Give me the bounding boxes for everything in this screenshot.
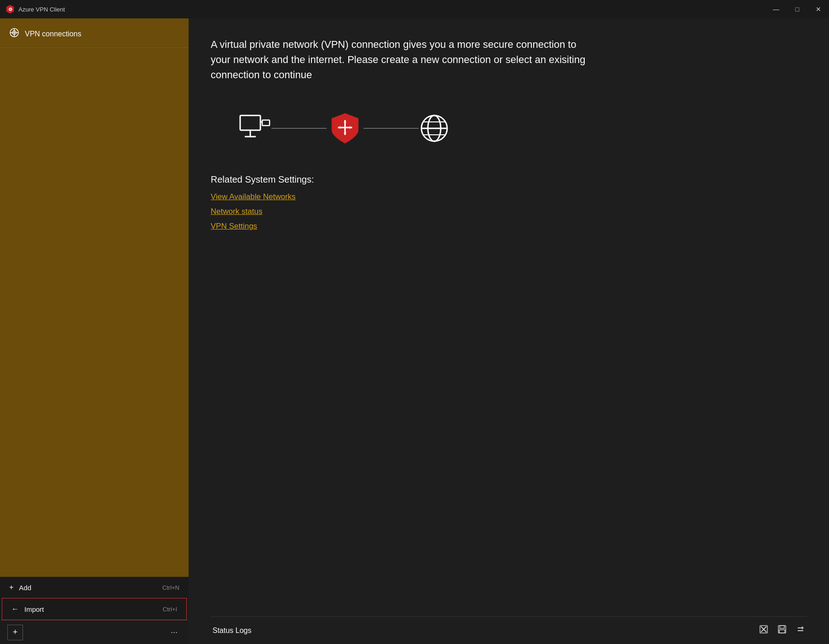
- view-available-networks-link[interactable]: View Available Networks: [211, 192, 807, 201]
- svg-text:⚙: ⚙: [8, 7, 12, 12]
- related-settings-title: Related System Settings:: [211, 174, 807, 185]
- status-logs-icons: [759, 625, 805, 636]
- shield-icon: [327, 110, 363, 147]
- sort-log-icon[interactable]: [796, 625, 805, 636]
- vpn-connections-icon: [9, 28, 19, 40]
- minimize-button[interactable]: —: [766, 0, 787, 18]
- globe-icon: [419, 113, 450, 144]
- sidebar-bottom: + Add Ctrl+N ← Import Ctrl+I: [0, 577, 189, 620]
- vpn-diagram: [211, 110, 807, 147]
- status-logs-title: Status Logs: [213, 627, 252, 635]
- content-area: A virtual private network (VPN) connecti…: [189, 18, 829, 644]
- svg-rect-6: [240, 115, 260, 130]
- svg-rect-9: [262, 120, 270, 126]
- import-shortcut: Ctrl+I: [163, 606, 177, 613]
- add-menu-item-left: + Add: [9, 583, 31, 592]
- save-log-icon[interactable]: [777, 625, 787, 636]
- network-status-link[interactable]: Network status: [211, 207, 807, 216]
- intro-text: A virtual private network (VPN) connecti…: [211, 37, 588, 82]
- svg-rect-24: [780, 626, 784, 628]
- clear-log-icon[interactable]: [759, 625, 768, 636]
- computer-icon: [238, 114, 271, 143]
- add-icon: +: [9, 583, 13, 592]
- main-layout: VPN connections + Add Ctrl+N ← Import Ct…: [0, 18, 829, 644]
- app-title: Azure VPN Client: [18, 6, 823, 13]
- diagram-line-2: [363, 128, 419, 129]
- maximize-button[interactable]: □: [787, 0, 808, 18]
- close-button[interactable]: ✕: [808, 0, 829, 18]
- add-shortcut: Ctrl+N: [162, 584, 179, 591]
- diagram-line-1: [271, 128, 327, 129]
- import-label: Import: [24, 605, 44, 613]
- import-menu-item-left: ← Import: [12, 605, 44, 613]
- sidebar-content: [0, 48, 189, 577]
- sidebar-header-content: VPN connections: [9, 28, 179, 40]
- svg-rect-25: [779, 630, 785, 633]
- sidebar-title: VPN connections: [25, 30, 81, 38]
- window-controls: — □ ✕: [766, 0, 829, 18]
- add-menu-item[interactable]: + Add Ctrl+N: [0, 577, 189, 598]
- import-icon: ←: [12, 605, 19, 613]
- title-bar: ⚙ Azure VPN Client — □ ✕: [0, 0, 829, 18]
- sidebar: VPN connections + Add Ctrl+N ← Import Ct…: [0, 18, 189, 644]
- add-label: Add: [19, 584, 31, 592]
- vpn-settings-link[interactable]: VPN Settings: [211, 222, 807, 231]
- related-settings: Related System Settings: View Available …: [211, 174, 807, 236]
- bottom-toolbar: + ···: [0, 620, 189, 644]
- status-logs-bar: Status Logs: [211, 616, 807, 644]
- more-options-button[interactable]: ···: [167, 626, 181, 639]
- app-icon: ⚙: [6, 5, 15, 14]
- import-menu-item[interactable]: ← Import Ctrl+I: [2, 598, 187, 620]
- sidebar-header: VPN connections: [0, 18, 189, 48]
- add-button[interactable]: +: [7, 625, 23, 640]
